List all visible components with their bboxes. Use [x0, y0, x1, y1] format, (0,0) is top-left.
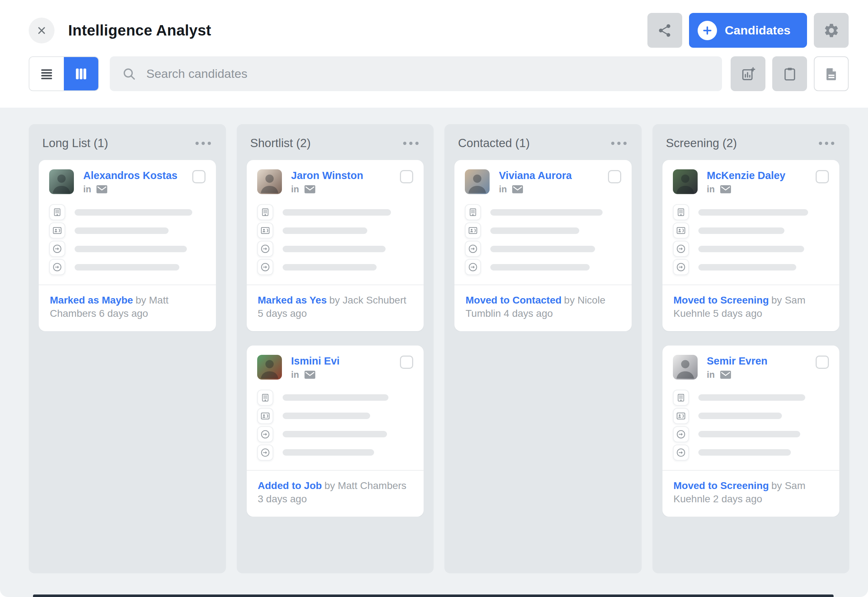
search-input[interactable]: [145, 66, 710, 81]
linkedin-icon[interactable]: in: [499, 185, 507, 194]
column-menu-button[interactable]: [817, 137, 837, 149]
building-icon[interactable]: [257, 390, 273, 406]
list-view-button[interactable]: [30, 57, 64, 91]
close-button[interactable]: [29, 18, 55, 43]
linkedin-icon[interactable]: in: [291, 185, 299, 194]
card-activity: Moved to Screeningby Sam Kuehnle 5 days …: [673, 285, 829, 331]
candidate-checkbox[interactable]: [400, 170, 413, 183]
activity-action-link[interactable]: Moved to Screening: [674, 480, 769, 491]
board-view-button[interactable]: [64, 57, 98, 91]
card-detail-rows: [673, 390, 829, 461]
column-menu-button[interactable]: [609, 137, 629, 149]
email-icon[interactable]: [96, 185, 107, 193]
add-report-icon: [741, 66, 756, 82]
move-stage-icon[interactable]: [673, 259, 689, 275]
move-stage-icon[interactable]: [673, 426, 689, 443]
candidate-checkbox[interactable]: [400, 356, 413, 369]
move-stage-icon[interactable]: [49, 259, 65, 275]
add-candidates-button[interactable]: Candidates: [689, 13, 807, 48]
clipboard-button[interactable]: [772, 56, 807, 91]
share-icon: [657, 23, 672, 38]
candidate-name-link[interactable]: Semir Evren: [707, 356, 767, 367]
share-button[interactable]: [647, 13, 682, 48]
email-icon[interactable]: [304, 371, 315, 379]
placeholder-bar: [74, 246, 187, 252]
linkedin-icon[interactable]: in: [707, 185, 715, 194]
move-stage-icon[interactable]: [257, 241, 273, 257]
column-menu-button[interactable]: [401, 137, 421, 149]
candidate-checkbox[interactable]: [816, 356, 829, 369]
settings-button[interactable]: [814, 13, 849, 48]
candidate-checkbox[interactable]: [192, 170, 206, 183]
candidate-info: McKenzie Daley in: [707, 169, 785, 194]
linkedin-icon[interactable]: in: [83, 185, 91, 194]
move-stage-icon[interactable]: [257, 444, 273, 461]
linkedin-icon[interactable]: in: [291, 370, 299, 379]
candidate-name-link[interactable]: Ismini Evi: [291, 356, 340, 367]
contact-card-icon[interactable]: [257, 408, 273, 424]
card-activity: Moved to Screeningby Sam Kuehnle 2 days …: [673, 471, 829, 517]
card-header: Ismini Evi in: [257, 355, 414, 380]
column-cards: Viviana Aurora in Moved to Contactedby N…: [454, 160, 632, 331]
email-icon[interactable]: [512, 185, 523, 193]
candidate-checkbox[interactable]: [608, 170, 621, 183]
document-button[interactable]: [814, 56, 849, 91]
move-stage-icon[interactable]: [673, 444, 689, 461]
candidate-name-link[interactable]: Jaron Winston: [291, 170, 364, 181]
candidate-name-link[interactable]: McKenzie Daley: [707, 170, 785, 181]
contact-card-icon[interactable]: [257, 223, 273, 239]
activity-action-link[interactable]: Added to Job: [258, 480, 322, 491]
building-icon[interactable]: [49, 204, 65, 220]
placeholder-track: [283, 227, 414, 234]
candidate-name-link[interactable]: Viviana Aurora: [499, 170, 572, 181]
contact-card-icon[interactable]: [465, 223, 481, 239]
close-icon: [36, 24, 48, 37]
candidate-card[interactable]: Jaron Winston in Marked as Yesby Jack Sc…: [247, 160, 424, 331]
ellipsis-icon: [617, 142, 620, 145]
header-title-row: Intelligence Analyst Candidates: [29, 13, 849, 48]
view-toggle: [29, 56, 99, 91]
candidate-card[interactable]: Viviana Aurora in Moved to Contactedby N…: [454, 160, 632, 331]
move-stage-icon[interactable]: [673, 241, 689, 257]
add-report-button[interactable]: [731, 56, 766, 91]
contact-links: in: [83, 185, 178, 194]
email-icon[interactable]: [304, 185, 315, 193]
building-icon[interactable]: [673, 204, 689, 220]
email-icon[interactable]: [720, 185, 731, 193]
placeholder-bar: [74, 209, 192, 215]
move-stage-icon[interactable]: [49, 241, 65, 257]
ellipsis-icon: [403, 142, 407, 145]
move-stage-icon[interactable]: [465, 241, 481, 257]
move-stage-icon[interactable]: [257, 259, 273, 275]
activity-action-link[interactable]: Marked as Maybe: [50, 294, 133, 306]
building-icon[interactable]: [465, 204, 481, 220]
candidate-avatar: [673, 169, 697, 194]
placeholder-track: [698, 431, 829, 437]
ellipsis-icon: [623, 142, 627, 145]
search-bar[interactable]: [110, 56, 722, 91]
contact-card-icon[interactable]: [673, 223, 689, 239]
activity-action-link[interactable]: Moved to Contacted: [466, 294, 562, 306]
building-icon[interactable]: [673, 390, 689, 406]
candidate-name-link[interactable]: Alexandros Kostas: [83, 170, 178, 181]
move-stage-icon[interactable]: [465, 259, 481, 275]
candidate-card[interactable]: McKenzie Daley in Moved to Screeningby S…: [662, 160, 840, 331]
email-icon[interactable]: [720, 371, 731, 379]
contact-card-icon[interactable]: [49, 223, 65, 239]
activity-action-link[interactable]: Moved to Screening: [674, 294, 769, 306]
activity-action-link[interactable]: Marked as Yes: [258, 294, 327, 306]
column-menu-button[interactable]: [193, 137, 213, 149]
candidate-card[interactable]: Semir Evren in Moved to Screeningby Sam …: [662, 346, 840, 517]
move-stage-icon[interactable]: [257, 426, 273, 443]
candidate-card[interactable]: Alexandros Kostas in Marked as Maybeby M…: [39, 160, 216, 331]
contact-card-icon[interactable]: [673, 408, 689, 424]
placeholder-track: [283, 413, 414, 419]
candidate-checkbox[interactable]: [816, 170, 829, 183]
board-area: Long List (1) Alexandros Kostas in: [0, 108, 868, 597]
candidate-card[interactable]: Ismini Evi in Added to Jobby Matt Chambe…: [247, 346, 424, 517]
placeholder-track: [74, 227, 206, 234]
placeholder-bar: [283, 246, 386, 252]
building-icon[interactable]: [257, 204, 273, 220]
linkedin-icon[interactable]: in: [707, 370, 715, 379]
card-activity: Moved to Contactedby Nicole Tumblin 4 da…: [465, 285, 621, 331]
